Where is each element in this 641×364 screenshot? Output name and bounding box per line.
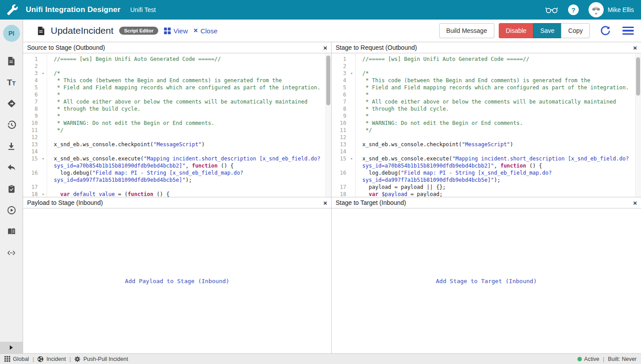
code-text: * through the build cycle. — [355, 105, 641, 112]
process-label: Push-Pull Incident — [83, 356, 128, 362]
code-text: x_snd_eb.ws_console.checkpoint("MessageS… — [355, 141, 641, 148]
code-text: log.debug("Field map: PI - String [x_snd… — [47, 169, 331, 184]
fold-gutter — [40, 63, 47, 70]
sidebar-item-document[interactable] — [6, 56, 17, 66]
fold-toggle-icon[interactable]: ▾ — [40, 191, 47, 197]
code-text: * — [355, 91, 641, 98]
table-label: Incident — [46, 356, 66, 362]
fold-gutter — [348, 191, 355, 197]
text-fields-icon: TT — [7, 78, 16, 87]
fold-toggle-icon[interactable]: ▾ — [40, 70, 47, 77]
code-line: 12 — [23, 134, 331, 141]
line-number: 17 — [332, 184, 348, 191]
sidebar-item-docs[interactable] — [6, 227, 17, 236]
panel-header: Stage to Request (Outbound) × — [332, 42, 641, 53]
copy-button[interactable]: Copy — [561, 23, 590, 38]
code-text: * Field and Field mapping records which … — [355, 84, 641, 91]
code-text: * — [47, 91, 331, 98]
help-button[interactable]: ? — [568, 4, 579, 15]
add-stage-to-target-link[interactable]: Add Stage to Target (Inbound) — [436, 278, 537, 284]
panel-close-button[interactable]: × — [323, 44, 327, 51]
close-editor-button[interactable]: × Close — [194, 27, 218, 35]
code-line: 14 — [23, 148, 331, 155]
fold-gutter — [40, 91, 47, 98]
view-menu-button[interactable]: View — [164, 27, 188, 35]
code-line: 18▾ var default_value = (function () { — [23, 191, 331, 197]
code-editor-source-to-stage[interactable]: 1//===== [ws] Begin Unifi Auto Generated… — [23, 53, 331, 197]
save-button[interactable]: Save — [533, 23, 561, 38]
user-name: Mike Ellis — [608, 6, 634, 13]
sidebar-item-text-fields[interactable]: TT — [6, 77, 17, 87]
sidebar-expand-button[interactable] — [0, 342, 23, 353]
fold-gutter — [348, 141, 355, 148]
table-item[interactable]: Incident — [37, 356, 66, 362]
sidebar-item-history[interactable] — [6, 120, 17, 130]
sidebar-item-code[interactable] — [6, 248, 17, 258]
fold-gutter — [40, 98, 47, 105]
panel-close-button[interactable]: × — [323, 200, 327, 206]
left-sidebar: PI TT — [0, 20, 23, 353]
fold-gutter — [40, 77, 47, 84]
line-number: 17 — [23, 184, 40, 191]
fold-gutter — [40, 120, 47, 127]
fold-gutter — [348, 127, 355, 134]
code-editor-stage-to-request[interactable]: 1//===== [ws] Begin Unifi Auto Generated… — [332, 53, 641, 197]
code-text: * WARNING: Do not edit the Begin or End … — [47, 120, 331, 127]
panel-close-button[interactable]: × — [633, 200, 637, 206]
code-line: 6 * — [23, 91, 331, 98]
panel-source-to-stage: Source to Stage (Outbound) × 1//===== [w… — [23, 42, 332, 197]
sidebar-item-run[interactable] — [6, 205, 17, 215]
fold-gutter — [40, 169, 47, 184]
code-line: 7 * All code either above or below the c… — [23, 98, 331, 105]
fold-toggle-icon[interactable]: ▾ — [348, 70, 355, 77]
code-line: 17 — [23, 184, 331, 191]
line-number: 18 — [332, 191, 348, 197]
message-document-icon — [37, 26, 45, 36]
code-text — [47, 184, 331, 191]
user-menu[interactable]: Mike Ellis — [589, 2, 634, 17]
hamburger-menu-button[interactable] — [621, 26, 635, 36]
built-label: Built: Never — [608, 356, 637, 362]
code-line: 17 payload = payload || {}; — [332, 184, 641, 191]
sidebar-item-download[interactable] — [6, 141, 17, 151]
code-text: /* — [47, 70, 331, 77]
panel-stage-to-target: Stage to Target (Inbound) × Add Stage to… — [332, 197, 641, 353]
sidebar-item-directions[interactable] — [6, 99, 17, 108]
preview-glasses-icon[interactable] — [545, 6, 558, 14]
fold-toggle-icon[interactable]: ▾ — [40, 155, 47, 169]
fold-gutter — [348, 134, 355, 141]
scrollbar-thumb[interactable] — [326, 56, 330, 105]
line-number: 13 — [23, 141, 40, 148]
integration-avatar[interactable]: PI — [3, 25, 20, 42]
fold-gutter — [348, 56, 355, 63]
refresh-button[interactable] — [599, 24, 612, 37]
top-header-bar: Unifi Integration Designer Unifi Test ? — [0, 0, 641, 20]
code-line: 13x_snd_eb.ws_console.checkpoint("Messag… — [332, 141, 641, 148]
code-line: 15▾x_snd_eb.ws_console.execute("Mapping … — [23, 155, 331, 169]
line-number: 3 — [332, 70, 348, 77]
fold-gutter — [40, 56, 47, 63]
fold-gutter — [348, 120, 355, 127]
gutter-divider — [47, 53, 47, 197]
separator: | — [603, 356, 604, 362]
close-x-icon: × — [194, 27, 198, 34]
close-label: Close — [200, 27, 217, 35]
panel-close-button[interactable]: × — [633, 44, 637, 51]
sidebar-item-tasks[interactable] — [6, 184, 17, 194]
code-text: payload = payload || {}; — [355, 184, 641, 191]
scrollbar-thumb[interactable] — [636, 57, 640, 96]
script-panels-grid: Source to Stage (Outbound) × 1//===== [w… — [23, 42, 641, 353]
sidebar-item-undo[interactable] — [6, 163, 17, 172]
add-payload-to-stage-link[interactable]: Add Payload to Stage (Inbound) — [125, 278, 229, 284]
code-text: x_snd_eb.ws_console.checkpoint("MessageS… — [47, 141, 331, 148]
line-number: 13 — [332, 141, 348, 148]
process-item[interactable]: Push-Pull Incident — [74, 356, 128, 362]
fold-gutter — [348, 184, 355, 191]
disable-button[interactable]: Disable — [499, 23, 534, 38]
line-number: 6 — [332, 91, 348, 98]
fold-toggle-icon[interactable]: ▾ — [348, 155, 355, 169]
fold-gutter — [348, 77, 355, 84]
scope-item[interactable]: Global — [4, 356, 29, 362]
build-message-button[interactable]: Build Message — [439, 23, 494, 38]
line-number: 4 — [332, 77, 348, 84]
